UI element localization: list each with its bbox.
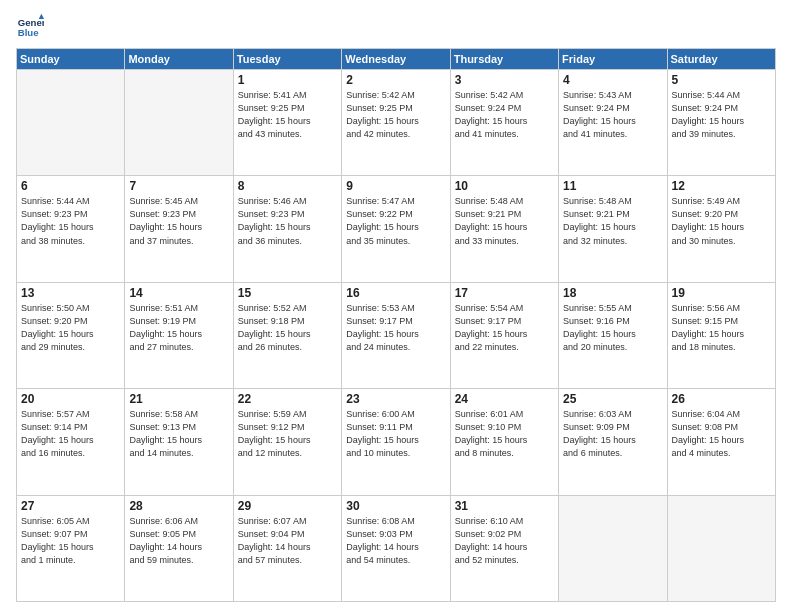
calendar-cell: 11Sunrise: 5:48 AM Sunset: 9:21 PM Dayli… xyxy=(559,176,667,282)
weekday-header-row: SundayMondayTuesdayWednesdayThursdayFrid… xyxy=(17,49,776,70)
calendar-cell: 2Sunrise: 5:42 AM Sunset: 9:25 PM Daylig… xyxy=(342,70,450,176)
day-number: 15 xyxy=(238,286,337,300)
day-info: Sunrise: 6:08 AM Sunset: 9:03 PM Dayligh… xyxy=(346,515,445,567)
day-number: 8 xyxy=(238,179,337,193)
calendar-cell: 20Sunrise: 5:57 AM Sunset: 9:14 PM Dayli… xyxy=(17,389,125,495)
calendar-cell: 7Sunrise: 5:45 AM Sunset: 9:23 PM Daylig… xyxy=(125,176,233,282)
calendar-cell: 9Sunrise: 5:47 AM Sunset: 9:22 PM Daylig… xyxy=(342,176,450,282)
day-number: 27 xyxy=(21,499,120,513)
day-number: 5 xyxy=(672,73,771,87)
calendar-cell xyxy=(667,495,775,601)
weekday-header-monday: Monday xyxy=(125,49,233,70)
day-number: 25 xyxy=(563,392,662,406)
day-number: 12 xyxy=(672,179,771,193)
calendar-cell: 29Sunrise: 6:07 AM Sunset: 9:04 PM Dayli… xyxy=(233,495,341,601)
calendar-cell: 24Sunrise: 6:01 AM Sunset: 9:10 PM Dayli… xyxy=(450,389,558,495)
calendar-cell: 14Sunrise: 5:51 AM Sunset: 9:19 PM Dayli… xyxy=(125,282,233,388)
day-number: 10 xyxy=(455,179,554,193)
week-row-4: 27Sunrise: 6:05 AM Sunset: 9:07 PM Dayli… xyxy=(17,495,776,601)
day-info: Sunrise: 6:07 AM Sunset: 9:04 PM Dayligh… xyxy=(238,515,337,567)
day-number: 11 xyxy=(563,179,662,193)
week-row-0: 1Sunrise: 5:41 AM Sunset: 9:25 PM Daylig… xyxy=(17,70,776,176)
svg-text:Blue: Blue xyxy=(18,27,39,38)
logo-icon: General Blue xyxy=(16,12,44,40)
day-info: Sunrise: 5:52 AM Sunset: 9:18 PM Dayligh… xyxy=(238,302,337,354)
day-number: 22 xyxy=(238,392,337,406)
calendar-cell: 18Sunrise: 5:55 AM Sunset: 9:16 PM Dayli… xyxy=(559,282,667,388)
day-info: Sunrise: 6:01 AM Sunset: 9:10 PM Dayligh… xyxy=(455,408,554,460)
calendar-cell: 25Sunrise: 6:03 AM Sunset: 9:09 PM Dayli… xyxy=(559,389,667,495)
day-info: Sunrise: 5:49 AM Sunset: 9:20 PM Dayligh… xyxy=(672,195,771,247)
day-number: 26 xyxy=(672,392,771,406)
day-number: 13 xyxy=(21,286,120,300)
day-info: Sunrise: 5:47 AM Sunset: 9:22 PM Dayligh… xyxy=(346,195,445,247)
day-info: Sunrise: 5:48 AM Sunset: 9:21 PM Dayligh… xyxy=(563,195,662,247)
calendar-cell: 22Sunrise: 5:59 AM Sunset: 9:12 PM Dayli… xyxy=(233,389,341,495)
day-info: Sunrise: 5:55 AM Sunset: 9:16 PM Dayligh… xyxy=(563,302,662,354)
calendar-page: General Blue SundayMondayTuesdayWednesda… xyxy=(0,0,792,612)
day-number: 31 xyxy=(455,499,554,513)
calendar-cell: 23Sunrise: 6:00 AM Sunset: 9:11 PM Dayli… xyxy=(342,389,450,495)
calendar-cell xyxy=(17,70,125,176)
calendar-cell: 27Sunrise: 6:05 AM Sunset: 9:07 PM Dayli… xyxy=(17,495,125,601)
day-info: Sunrise: 5:50 AM Sunset: 9:20 PM Dayligh… xyxy=(21,302,120,354)
logo: General Blue xyxy=(16,12,48,40)
day-number: 6 xyxy=(21,179,120,193)
week-row-2: 13Sunrise: 5:50 AM Sunset: 9:20 PM Dayli… xyxy=(17,282,776,388)
weekday-header-saturday: Saturday xyxy=(667,49,775,70)
day-number: 24 xyxy=(455,392,554,406)
day-info: Sunrise: 5:48 AM Sunset: 9:21 PM Dayligh… xyxy=(455,195,554,247)
day-number: 2 xyxy=(346,73,445,87)
day-info: Sunrise: 6:00 AM Sunset: 9:11 PM Dayligh… xyxy=(346,408,445,460)
day-number: 28 xyxy=(129,499,228,513)
calendar-header: General Blue xyxy=(16,12,776,40)
day-number: 19 xyxy=(672,286,771,300)
day-number: 3 xyxy=(455,73,554,87)
calendar-cell: 5Sunrise: 5:44 AM Sunset: 9:24 PM Daylig… xyxy=(667,70,775,176)
weekday-header-wednesday: Wednesday xyxy=(342,49,450,70)
day-number: 1 xyxy=(238,73,337,87)
day-info: Sunrise: 5:42 AM Sunset: 9:24 PM Dayligh… xyxy=(455,89,554,141)
day-number: 30 xyxy=(346,499,445,513)
day-info: Sunrise: 5:43 AM Sunset: 9:24 PM Dayligh… xyxy=(563,89,662,141)
weekday-header-tuesday: Tuesday xyxy=(233,49,341,70)
day-info: Sunrise: 5:42 AM Sunset: 9:25 PM Dayligh… xyxy=(346,89,445,141)
day-info: Sunrise: 5:45 AM Sunset: 9:23 PM Dayligh… xyxy=(129,195,228,247)
calendar-cell: 1Sunrise: 5:41 AM Sunset: 9:25 PM Daylig… xyxy=(233,70,341,176)
day-info: Sunrise: 6:06 AM Sunset: 9:05 PM Dayligh… xyxy=(129,515,228,567)
day-number: 9 xyxy=(346,179,445,193)
calendar-cell: 8Sunrise: 5:46 AM Sunset: 9:23 PM Daylig… xyxy=(233,176,341,282)
calendar-cell: 21Sunrise: 5:58 AM Sunset: 9:13 PM Dayli… xyxy=(125,389,233,495)
calendar-cell xyxy=(125,70,233,176)
day-number: 17 xyxy=(455,286,554,300)
day-info: Sunrise: 5:57 AM Sunset: 9:14 PM Dayligh… xyxy=(21,408,120,460)
day-info: Sunrise: 5:44 AM Sunset: 9:23 PM Dayligh… xyxy=(21,195,120,247)
day-number: 21 xyxy=(129,392,228,406)
calendar-cell: 30Sunrise: 6:08 AM Sunset: 9:03 PM Dayli… xyxy=(342,495,450,601)
day-number: 29 xyxy=(238,499,337,513)
day-info: Sunrise: 5:58 AM Sunset: 9:13 PM Dayligh… xyxy=(129,408,228,460)
day-info: Sunrise: 5:44 AM Sunset: 9:24 PM Dayligh… xyxy=(672,89,771,141)
day-info: Sunrise: 6:03 AM Sunset: 9:09 PM Dayligh… xyxy=(563,408,662,460)
weekday-header-friday: Friday xyxy=(559,49,667,70)
calendar-cell: 26Sunrise: 6:04 AM Sunset: 9:08 PM Dayli… xyxy=(667,389,775,495)
day-number: 23 xyxy=(346,392,445,406)
day-number: 20 xyxy=(21,392,120,406)
calendar-cell: 15Sunrise: 5:52 AM Sunset: 9:18 PM Dayli… xyxy=(233,282,341,388)
day-info: Sunrise: 6:10 AM Sunset: 9:02 PM Dayligh… xyxy=(455,515,554,567)
day-info: Sunrise: 5:56 AM Sunset: 9:15 PM Dayligh… xyxy=(672,302,771,354)
calendar-cell: 12Sunrise: 5:49 AM Sunset: 9:20 PM Dayli… xyxy=(667,176,775,282)
day-number: 7 xyxy=(129,179,228,193)
week-row-1: 6Sunrise: 5:44 AM Sunset: 9:23 PM Daylig… xyxy=(17,176,776,282)
calendar-cell: 16Sunrise: 5:53 AM Sunset: 9:17 PM Dayli… xyxy=(342,282,450,388)
day-info: Sunrise: 5:46 AM Sunset: 9:23 PM Dayligh… xyxy=(238,195,337,247)
calendar-cell: 28Sunrise: 6:06 AM Sunset: 9:05 PM Dayli… xyxy=(125,495,233,601)
calendar-table: SundayMondayTuesdayWednesdayThursdayFrid… xyxy=(16,48,776,602)
day-info: Sunrise: 5:53 AM Sunset: 9:17 PM Dayligh… xyxy=(346,302,445,354)
weekday-header-sunday: Sunday xyxy=(17,49,125,70)
calendar-cell: 31Sunrise: 6:10 AM Sunset: 9:02 PM Dayli… xyxy=(450,495,558,601)
week-row-3: 20Sunrise: 5:57 AM Sunset: 9:14 PM Dayli… xyxy=(17,389,776,495)
calendar-cell: 13Sunrise: 5:50 AM Sunset: 9:20 PM Dayli… xyxy=(17,282,125,388)
weekday-header-thursday: Thursday xyxy=(450,49,558,70)
day-number: 4 xyxy=(563,73,662,87)
